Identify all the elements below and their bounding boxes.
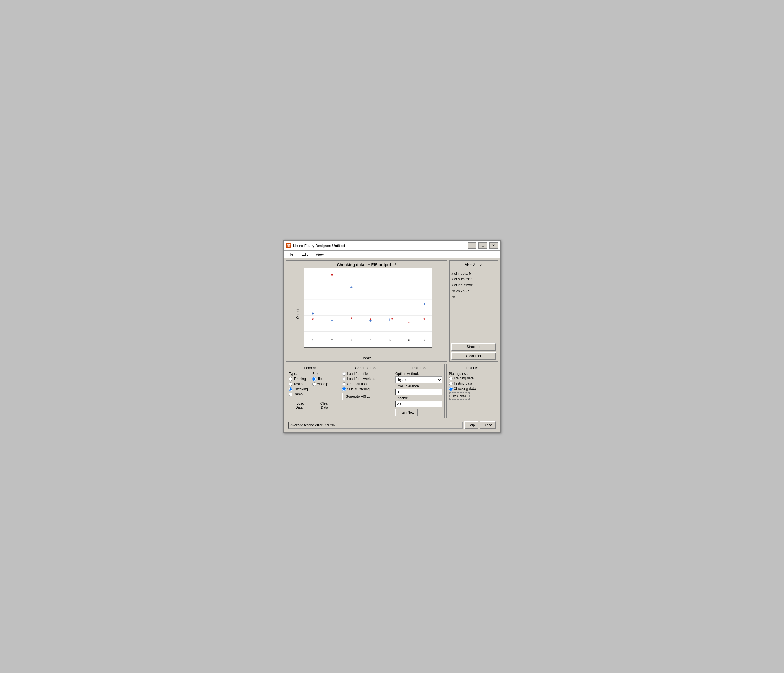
svg-text:+: +: [408, 285, 410, 290]
anfis-input-mfs-label: # of input mfs:: [451, 283, 496, 288]
svg-text:3: 3: [350, 338, 352, 342]
close-button[interactable]: ✕: [489, 242, 498, 249]
type-training[interactable]: Training: [289, 377, 308, 381]
from-worksp[interactable]: worksp.: [313, 382, 329, 386]
generate-fis-title: Generate FIS: [342, 366, 389, 370]
anfis-input-mfs-1: 26 26 26 26: [451, 288, 496, 294]
type-label: Type:: [289, 372, 308, 376]
test-testing-radio[interactable]: [449, 382, 453, 385]
optim-method-label: Optim. Method:: [395, 372, 442, 376]
type-testing[interactable]: Testing: [289, 382, 308, 386]
plot-canvas: 0 5 10 15 20 1 2 3 4 5 6 7: [303, 267, 432, 348]
from-file[interactable]: file: [313, 377, 329, 381]
title-controls: — □ ✕: [468, 242, 498, 249]
gen-load-worksp[interactable]: Load from worksp.: [342, 377, 389, 381]
from-worksp-radio[interactable]: [313, 382, 316, 386]
plot-area: Checking data : + FIS output : * Output: [286, 260, 447, 362]
anfis-input-mfs-2: 26: [451, 294, 496, 300]
plot-title: Checking data : + FIS output : *: [286, 261, 446, 267]
svg-text:+: +: [423, 301, 425, 306]
close-window-button[interactable]: Close: [480, 421, 496, 429]
generate-fis-button[interactable]: Generate FIS ...: [342, 393, 373, 400]
type-checking[interactable]: Checking: [289, 387, 308, 391]
svg-text:7: 7: [423, 338, 425, 342]
title-bar-left: NF Neuro-Fuzzy Designer: Untitled: [286, 243, 345, 248]
anfis-title: ANFIS Info.: [451, 263, 496, 268]
svg-text:*: *: [312, 317, 314, 322]
clear-data-button[interactable]: Clear Data: [314, 400, 335, 411]
svg-text:+: +: [312, 311, 314, 316]
type-training-radio[interactable]: [289, 377, 292, 381]
test-training-data[interactable]: Training data: [449, 376, 496, 380]
plot-against-label: Plot against:: [449, 372, 496, 376]
generate-fis-btn-row: Generate FIS ...: [342, 393, 389, 400]
app-icon: NF: [286, 243, 291, 248]
clear-plot-button[interactable]: Clear Plot: [451, 352, 496, 360]
type-testing-radio[interactable]: [289, 382, 292, 386]
maximize-button[interactable]: □: [478, 242, 487, 249]
load-data-button[interactable]: Load Data...: [289, 400, 312, 411]
gen-grid-partition[interactable]: Grid partition: [342, 382, 389, 386]
load-data-title: Load data: [289, 366, 335, 370]
generate-fis-panel: Generate FIS Load from file Load from wo…: [340, 364, 391, 418]
type-demo-radio[interactable]: [289, 393, 292, 396]
anfis-info-text: # of inputs: 5 # of outputs: 1 # of inpu…: [451, 270, 496, 341]
window-title: Neuro-Fuzzy Designer: Untitled: [293, 244, 345, 248]
structure-button[interactable]: Structure: [451, 343, 496, 351]
gen-sub-clustering-radio[interactable]: [342, 387, 346, 391]
x-axis-label: Index: [289, 356, 444, 360]
anfis-inputs: # of inputs: 5: [451, 271, 496, 277]
test-checking-radio[interactable]: [449, 387, 453, 390]
svg-text:5: 5: [389, 338, 390, 342]
test-fis-title: Test FIS: [449, 366, 496, 370]
svg-text:2: 2: [331, 338, 333, 342]
status-text: Average testing error: 7.9796: [288, 422, 463, 429]
menu-file[interactable]: File: [286, 252, 294, 257]
from-label: From:: [313, 372, 329, 376]
svg-text:+: +: [389, 317, 391, 322]
svg-text:*: *: [370, 318, 372, 323]
train-now-button[interactable]: Train Now: [395, 409, 418, 417]
from-file-radio[interactable]: [313, 377, 316, 381]
svg-text:6: 6: [408, 338, 410, 342]
plot-svg: 0 5 10 15 20 1 2 3 4 5 6 7: [304, 268, 432, 347]
generate-fis-radio-group: Load from file Load from worksp. Grid pa…: [342, 372, 389, 391]
title-bar: NF Neuro-Fuzzy Designer: Untitled — □ ✕: [284, 241, 500, 251]
test-testing-data[interactable]: Testing data: [449, 381, 496, 385]
optim-method-select[interactable]: hybrid backpropa: [395, 376, 442, 383]
type-checking-radio[interactable]: [289, 387, 292, 391]
test-training-radio[interactable]: [449, 376, 453, 380]
test-checking-data[interactable]: Checking data: [449, 387, 496, 390]
type-col: Type: Training Testing Checking: [289, 372, 308, 398]
anfis-panel: ANFIS Info. # of inputs: 5 # of outputs:…: [449, 260, 498, 362]
test-fis-btn-row: Test Now: [449, 392, 496, 400]
svg-text:*: *: [331, 273, 333, 278]
gen-load-worksp-radio[interactable]: [342, 377, 346, 381]
epochs-input[interactable]: [395, 401, 442, 407]
train-fis-title: Train FIS: [395, 366, 442, 370]
gen-load-file[interactable]: Load from file: [342, 372, 389, 376]
menu-view[interactable]: View: [314, 252, 325, 257]
minimize-button[interactable]: —: [468, 242, 476, 249]
svg-text:*: *: [408, 320, 410, 326]
svg-text:4: 4: [370, 338, 371, 342]
load-data-btn-row: Load Data... Clear Data: [289, 400, 335, 411]
test-now-button[interactable]: Test Now: [449, 392, 470, 400]
svg-text:*: *: [391, 317, 393, 322]
bottom-section: Load data Type: Training Testing: [286, 364, 498, 418]
y-axis-label: Output: [296, 309, 300, 319]
error-tolerance-input[interactable]: [395, 389, 442, 395]
menu-edit[interactable]: Edit: [300, 252, 309, 257]
svg-text:*: *: [350, 317, 352, 322]
svg-text:*: *: [423, 317, 425, 322]
type-demo[interactable]: Demo: [289, 392, 308, 396]
gen-load-file-radio[interactable]: [342, 372, 346, 376]
gen-grid-partition-radio[interactable]: [342, 382, 346, 386]
status-bar: Average testing error: 7.9796 Help Close: [286, 420, 498, 430]
gen-sub-clustering[interactable]: Sub. clustering: [342, 387, 389, 391]
epochs-label: Epochs:: [395, 396, 442, 400]
help-button[interactable]: Help: [464, 421, 478, 429]
train-fis-panel: Train FIS Optim. Method: hybrid backprop…: [393, 364, 445, 418]
type-radio-group: Training Testing Checking Demo: [289, 377, 308, 396]
menu-bar: File Edit View: [284, 251, 500, 258]
